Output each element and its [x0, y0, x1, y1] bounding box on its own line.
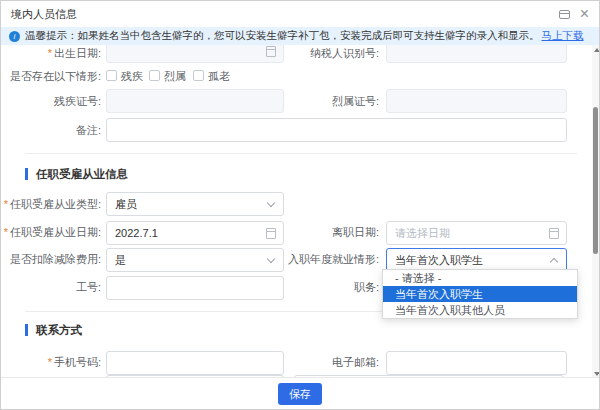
martyr-cert-label: 烈属证号: [257, 94, 379, 108]
chevron-down-icon [267, 199, 275, 207]
checkbox-disability-label: 残疾 [121, 69, 143, 83]
employment-type-select[interactable]: 雇员 [106, 192, 284, 216]
dialog-footer: 保存 [1, 377, 599, 409]
employee-no-label: 工号: [1, 280, 101, 294]
window-restore-icon[interactable] [559, 10, 570, 19]
checkbox-martyr-label: 烈属 [164, 69, 186, 83]
martyr-cert-input[interactable] [386, 89, 567, 113]
calendar-icon [549, 228, 559, 239]
download-link[interactable]: 马上下载 [542, 29, 584, 43]
situations-label: 是否存在以下情形: [1, 69, 101, 83]
required-mark: * [48, 47, 52, 59]
dialog-title: 境内人员信息 [11, 7, 77, 22]
close-icon[interactable] [580, 7, 589, 21]
checkbox-elderly-label: 孤老 [208, 69, 230, 83]
section-bar-icon [25, 324, 28, 336]
section-title: 联系方式 [36, 323, 82, 338]
disability-cert-label: 残疾证号: [1, 94, 101, 108]
deduct-expense-label: 是否扣除减除费用: [1, 252, 101, 266]
entry-year-dropdown: - 请选择 - 当年首次入职学生 当年首次入职其他人员 [382, 269, 578, 319]
email-label: 电子邮箱: [257, 355, 379, 369]
personnel-info-dialog: 境内人员信息 温馨提示：如果姓名当中包含生僻字的，您可以安装生僻字补丁包，安装完… [0, 0, 600, 410]
taxpayer-id-label: 纳税人识别号: [257, 46, 379, 60]
scrollbar-thumb[interactable] [593, 107, 598, 254]
required-mark: * [4, 226, 8, 238]
entry-year-label: 入职年度就业情形: [257, 252, 379, 266]
remarks-label: 备注: [1, 123, 101, 137]
dropdown-option-other[interactable]: 当年首次入职其他人员 [383, 302, 577, 318]
mobile-label: *手机号码: [1, 355, 101, 369]
remarks-input[interactable] [106, 118, 567, 142]
taxpayer-id-input[interactable] [386, 45, 567, 63]
dropdown-option-student[interactable]: 当年首次入职学生 [383, 286, 577, 302]
form-scroll-area: *出生日期: 纳税人识别号: 是否存在以下情形: 残疾 烈属 孤老 残疾证号: … [1, 45, 593, 379]
position-label: 职务: [257, 280, 379, 294]
titlebar: 境内人员信息 [1, 1, 599, 27]
chevron-up-icon [550, 258, 558, 266]
resignation-date-label: 离职日期: [257, 225, 379, 239]
save-button[interactable]: 保存 [278, 383, 322, 405]
section-header-contact: 联系方式 [25, 323, 82, 337]
required-mark: * [4, 198, 8, 210]
checkbox-disability[interactable] [106, 70, 117, 81]
scroll-up-arrow-icon[interactable] [594, 48, 600, 52]
section-title: 任职受雇从业信息 [36, 167, 128, 182]
section-divider [25, 153, 577, 154]
info-icon [9, 31, 20, 42]
required-mark: * [48, 356, 52, 368]
resignation-date-input[interactable]: 请选择日期 [386, 221, 567, 245]
employment-type-label: *任职受雇从业类型: [1, 197, 101, 211]
scroll-down-arrow-icon[interactable] [594, 372, 600, 376]
dropdown-option-placeholder[interactable]: - 请选择 - [383, 270, 577, 286]
email-input[interactable] [386, 351, 567, 375]
section-header-employment: 任职受雇从业信息 [25, 167, 128, 181]
checkbox-elderly[interactable] [193, 70, 204, 81]
notice-bar: 温馨提示：如果姓名当中包含生僻字的，您可以安装生僻字补丁包，安装完成后即可支持生… [1, 27, 599, 45]
section-bar-icon [25, 168, 28, 180]
employment-date-label: *任职受雇从业日期: [1, 225, 101, 239]
checkbox-martyr[interactable] [149, 70, 160, 81]
notice-text: 温馨提示：如果姓名当中包含生僻字的，您可以安装生僻字补丁包，安装完成后即可支持生… [25, 29, 540, 43]
scrollbar[interactable] [592, 45, 600, 379]
birth-date-label: *出生日期: [1, 46, 101, 60]
